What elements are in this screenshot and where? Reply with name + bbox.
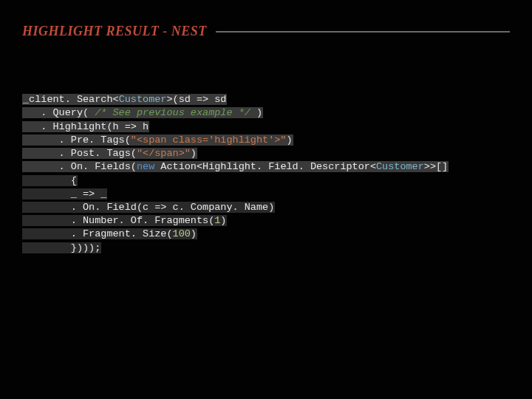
code-text: ) (250, 107, 262, 118)
code-text: Action<Highlight. Field. Descriptor< (154, 161, 376, 172)
slide-title: HIGHLIGHT RESULT - NEST (22, 24, 207, 39)
code-number: 100 (173, 228, 191, 239)
code-text: _client. Search< (23, 94, 119, 105)
code-string: "<span class='highlight'>" (131, 134, 287, 146)
code-block: _client. Search<Customer>(sd => sd . Que… (22, 80, 510, 268)
code-text: >(sd => sd (166, 94, 226, 105)
code-text: . Post. Tags( (23, 148, 137, 159)
code-text: . Number. Of. Fragments( (23, 215, 214, 226)
code-type: Customer (376, 161, 424, 172)
code-text: ) (191, 228, 197, 239)
title-row: HIGHLIGHT RESULT - NEST (22, 24, 510, 39)
title-rule (216, 31, 510, 33)
code-text: }))); (23, 242, 100, 253)
code-text: ) (191, 148, 197, 159)
code-keyword: new (137, 161, 154, 172)
code-comment: /* See previous example */ (95, 107, 250, 118)
code-text: . On. Field(c => c. Company. Name) (23, 202, 274, 213)
code-text: >>[] (424, 161, 448, 172)
code-text: . Fragment. Size( (23, 228, 173, 239)
slide: HIGHLIGHT RESULT - NEST _client. Search<… (0, 0, 532, 399)
code-text: { (23, 175, 77, 186)
code-text: ) (286, 134, 292, 146)
code-text: ) (220, 215, 226, 226)
code-text: . On. Fields( (23, 161, 137, 172)
code-text: . Query( (23, 107, 95, 118)
code-string: "</span>" (137, 148, 191, 159)
code-text: _ => _ (23, 188, 106, 200)
code-type: Customer (119, 94, 167, 105)
code-text: . Pre. Tags( (23, 134, 131, 146)
code-text: . Highlight(h => h (23, 121, 149, 132)
